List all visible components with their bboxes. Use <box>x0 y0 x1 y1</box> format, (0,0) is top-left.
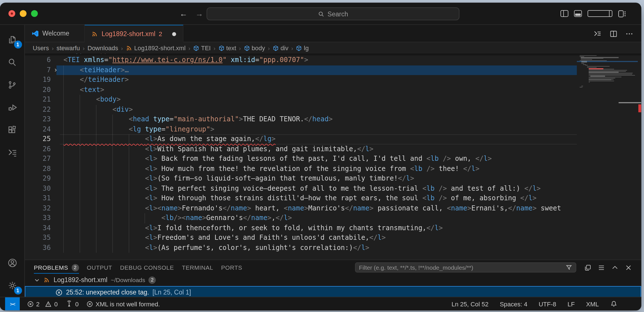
indentation-setting[interactable]: Spaces: 4 <box>500 300 527 307</box>
code-line-25[interactable]: 25 <l>As down the stage again,</lg> <box>25 134 641 144</box>
line-number[interactable]: 23 <box>25 115 51 124</box>
code-line-24[interactable]: 24 <lg type="linegroup"> <box>25 124 641 134</box>
tab-welcome[interactable]: Welcome <box>25 25 85 42</box>
problems-filter-input[interactable] <box>359 264 562 271</box>
line-number[interactable]: 29 <box>25 174 51 184</box>
collapse-all-icon[interactable] <box>584 264 592 271</box>
code-line-29[interactable]: 29 <l>(So firm—so liquid-soft—again that… <box>25 174 641 184</box>
settings-gear-icon[interactable]: 1 <box>0 274 25 297</box>
history-forward-button[interactable]: → <box>195 9 203 18</box>
source-control-icon[interactable] <box>0 73 25 96</box>
history-back-button[interactable]: ← <box>179 9 187 18</box>
code-line-34[interactable]: 34 <l>I fold thenceforth, or seek to fol… <box>25 223 641 233</box>
fold-chevron-icon[interactable]: › <box>54 65 58 75</box>
unsaved-dot-icon[interactable] <box>172 32 176 36</box>
code-line-33[interactable]: 33 <lb/><name>Gennaro's</name>,</l> <box>25 213 641 223</box>
close-window-button[interactable] <box>8 10 15 17</box>
view-as-list-icon[interactable] <box>598 264 605 271</box>
line-number[interactable]: 6 <box>25 55 51 65</box>
accounts-icon[interactable] <box>0 252 25 274</box>
code-line-7[interactable]: 7› <teiHeader>… <box>25 65 641 75</box>
breadcrumb-item[interactable]: Log1892-short.xml <box>126 45 186 51</box>
editor[interactable]: 5 type="application/xml" ?>6<TEI xmlns="… <box>25 54 641 260</box>
code-line-23[interactable]: 23 <head type="main-authorial">THE DEAD … <box>25 115 641 124</box>
breadcrumb-item[interactable]: lg <box>296 45 309 51</box>
indent-action-icon[interactable] <box>593 29 602 38</box>
code-line-19[interactable]: 19 </teiHeader> <box>25 75 641 85</box>
filter-funnel-icon[interactable] <box>566 264 572 271</box>
line-number[interactable]: 33 <box>25 213 51 223</box>
minimap[interactable] <box>577 54 638 260</box>
customize-layout-icon[interactable] <box>618 10 627 17</box>
line-number[interactable]: 26 <box>25 144 51 154</box>
code-line-35[interactable]: 35 <l>Freedom's and Love's and Faith's u… <box>25 233 641 243</box>
line-number[interactable]: 31 <box>25 194 51 203</box>
tab-problems-panel[interactable]: PROBLEMS 2 <box>34 261 79 274</box>
toggle-secondary-sidebar-icon[interactable] <box>588 10 612 17</box>
line-number[interactable]: 27 <box>25 154 51 164</box>
line-number[interactable]: 7 <box>25 65 51 75</box>
indent-tool-icon[interactable] <box>0 141 25 164</box>
code-line-28[interactable]: 28 <l> How much from thee! the revelatio… <box>25 164 641 174</box>
maximize-panel-icon[interactable] <box>611 264 619 271</box>
minimize-window-button[interactable] <box>20 10 27 17</box>
run-debug-icon[interactable] <box>0 96 25 118</box>
tab-debug-console[interactable]: DEBUG CONSOLE <box>120 261 174 274</box>
language-mode[interactable]: XML <box>586 300 599 307</box>
ports-status[interactable]: 0 <box>66 300 79 307</box>
tab-ports[interactable]: PORTS <box>221 261 242 274</box>
minimap-line <box>580 83 638 83</box>
remote-indicator[interactable]: >< <box>5 297 20 310</box>
code-line-36[interactable]: 36 <l>(As perfume's, color's, sunlight's… <box>25 243 641 253</box>
explorer-icon[interactable]: 1 <box>0 28 25 51</box>
split-editor-icon[interactable] <box>610 30 617 38</box>
search-sidebar-icon[interactable] <box>0 51 25 73</box>
xml-wellformed-status[interactable]: XML is not well formed. <box>87 300 160 307</box>
code-line-20[interactable]: 20 <text> <box>25 85 641 95</box>
cursor-position[interactable]: Ln 25, Col 52 <box>452 300 489 307</box>
breadcrumb-item[interactable]: stewarfu <box>56 45 80 51</box>
line-number[interactable]: 34 <box>25 223 51 233</box>
line-number[interactable]: 35 <box>25 233 51 243</box>
breadcrumb-item[interactable]: TEI <box>193 45 211 51</box>
command-center-search[interactable]: Search <box>207 7 459 20</box>
tab-terminal[interactable]: TERMINAL <box>182 261 213 274</box>
code-line-30[interactable]: 30 <l> The perfect singing voice—deepest… <box>25 184 641 194</box>
code-line-31[interactable]: 31 <l> How through those strains distill… <box>25 194 641 203</box>
line-number[interactable]: 28 <box>25 164 51 174</box>
line-number[interactable]: 30 <box>25 184 51 194</box>
line-number[interactable]: 21 <box>25 95 51 105</box>
breadcrumb-item[interactable]: body <box>244 45 265 51</box>
tab-log1892-short-xml[interactable]: Log1892-short.xml 2 <box>85 25 183 42</box>
line-number[interactable]: 19 <box>25 75 51 85</box>
line-number[interactable]: 32 <box>25 203 51 213</box>
code-line-22[interactable]: 22 <div> <box>25 105 641 115</box>
chevron-down-icon[interactable] <box>34 277 40 283</box>
code-line-26[interactable]: 26 <l>With Spanish hat and plumes, and g… <box>25 144 641 154</box>
zoom-window-button[interactable] <box>31 10 38 17</box>
breadcrumb-item[interactable]: Users <box>33 45 49 51</box>
code-line-6[interactable]: 6<TEI xmlns="http://www.tei-c.org/ns/1.0… <box>25 55 641 65</box>
breadcrumb-item[interactable]: Downloads <box>87 45 118 51</box>
close-panel-icon[interactable] <box>625 264 632 271</box>
line-number[interactable]: 20 <box>25 85 51 95</box>
encoding-setting[interactable]: UTF-8 <box>539 300 556 307</box>
problems-file-row[interactable]: Log1892-short.xml ~/Downloads 2 <box>25 274 641 286</box>
line-number[interactable]: 22 <box>25 105 51 115</box>
tab-output[interactable]: OUTPUT <box>87 261 112 274</box>
toggle-panel-icon[interactable] <box>574 10 582 17</box>
line-number[interactable]: 36 <box>25 243 51 253</box>
code-line-27[interactable]: 27 <l> Back from the fading lessons of t… <box>25 154 641 164</box>
extensions-icon[interactable] <box>0 118 25 141</box>
breadcrumb-item[interactable]: div <box>273 45 288 51</box>
eol-setting[interactable]: LF <box>568 300 575 307</box>
problems-status[interactable]: 2 0 <box>27 300 58 307</box>
notifications-bell-icon[interactable] <box>610 300 617 307</box>
code-line-21[interactable]: 21 <body> <box>25 95 641 105</box>
line-number[interactable]: 25 <box>25 134 51 144</box>
code-line-32[interactable]: 32 <l><name>Fernando's</name> heart, <na… <box>25 203 641 213</box>
breadcrumb-item[interactable]: text <box>218 45 236 51</box>
toggle-primary-sidebar-icon[interactable] <box>560 10 568 17</box>
more-actions-icon[interactable] <box>625 30 633 38</box>
line-number[interactable]: 24 <box>25 124 51 134</box>
